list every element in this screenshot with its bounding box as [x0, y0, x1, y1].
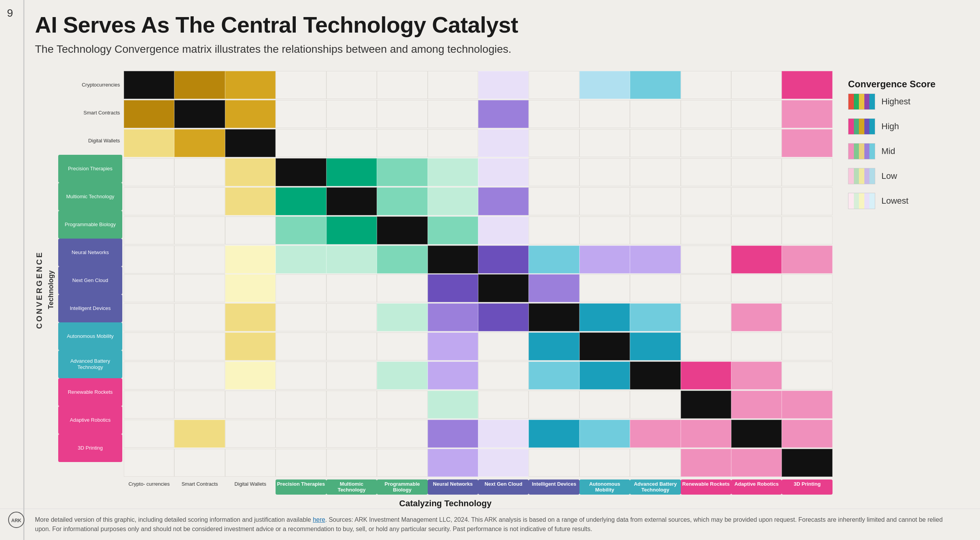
cell-10-12 [731, 362, 782, 389]
cell-9-9 [579, 332, 630, 360]
row-label-5: Programmable Biology [58, 211, 122, 239]
page-title: AI Serves As The Central Technology Cata… [35, 12, 964, 38]
col-label-1: Smart Contracts [174, 479, 225, 495]
cell-13-10 [630, 449, 680, 477]
grid-row-1 [124, 100, 833, 129]
cell-10-4 [326, 362, 377, 389]
row-label-6: Neural Networks [58, 239, 122, 267]
cell-12-2 [225, 420, 276, 448]
cell-13-0 [124, 449, 174, 477]
cell-4-3 [276, 187, 326, 215]
legend-item-1: High [848, 118, 964, 135]
grid-row-5 [124, 216, 833, 246]
cell-6-2 [225, 246, 276, 273]
cell-6-10 [630, 246, 680, 273]
footer-text-before: More detailed version of this graphic, i… [35, 516, 313, 523]
cell-5-9 [579, 216, 630, 244]
cell-2-6 [428, 129, 478, 157]
cell-2-8 [529, 129, 579, 157]
cell-8-10 [630, 303, 680, 331]
cell-3-2 [225, 158, 276, 186]
cell-2-1 [174, 129, 225, 157]
cell-4-9 [579, 187, 630, 215]
cell-2-10 [630, 129, 680, 157]
cell-4-1 [174, 187, 225, 215]
cell-5-13 [782, 216, 832, 244]
col-label-4: Multiomic Technology [326, 479, 377, 495]
matrix-with-axes: CryptocurrenciesSmart ContractsDigital W… [58, 71, 833, 509]
cell-13-1 [174, 449, 225, 477]
cell-9-7 [478, 332, 529, 360]
matrix-container: CONVERGENCE Technology CryptocurrenciesS… [35, 71, 833, 509]
grid-row-12 [124, 420, 833, 449]
row-label-1: Smart Contracts [58, 99, 122, 127]
cell-2-4 [326, 129, 377, 157]
grid-row-0 [124, 71, 833, 100]
row-label-11: Renewable Rockets [58, 378, 122, 406]
cell-11-8 [529, 391, 579, 419]
cell-2-5 [377, 129, 427, 157]
cell-12-0 [124, 420, 174, 448]
col-labels: Crypto- currenciesSmart ContractsDigital… [58, 479, 833, 495]
cell-2-11 [681, 129, 731, 157]
cell-5-0 [124, 216, 174, 244]
cell-1-10 [630, 100, 680, 128]
cell-8-2 [225, 303, 276, 331]
grid-row-9 [124, 332, 833, 362]
legend-label-2: Mid [881, 146, 895, 156]
cell-8-3 [276, 303, 326, 331]
cell-7-9 [579, 274, 630, 302]
cell-9-8 [529, 332, 579, 360]
cell-3-10 [630, 158, 680, 186]
convergence-label: CONVERGENCE [35, 251, 44, 329]
cell-8-4 [326, 303, 377, 331]
cell-0-5 [377, 71, 427, 99]
cell-5-5 [377, 216, 427, 244]
cell-7-1 [174, 274, 225, 302]
cell-1-13 [782, 100, 832, 128]
cell-12-12 [731, 420, 782, 448]
grid-row-10 [124, 362, 833, 391]
row-label-9: Autonomous Mobility [58, 322, 122, 350]
cell-11-2 [225, 391, 276, 419]
cell-8-8 [529, 303, 579, 331]
cell-10-2 [225, 362, 276, 389]
cell-8-5 [377, 303, 427, 331]
row-label-10: Advanced Battery Technology [58, 350, 122, 378]
col-label-6: Neural Networks [428, 479, 478, 495]
cell-12-3 [276, 420, 326, 448]
cell-4-6 [428, 187, 478, 215]
cell-11-3 [276, 391, 326, 419]
cell-6-8 [529, 246, 579, 273]
col-label-2: Digital Wallets [225, 479, 276, 495]
grid-row-7 [124, 274, 833, 303]
cell-11-5 [377, 391, 427, 419]
cell-5-11 [681, 216, 731, 244]
cell-5-7 [478, 216, 529, 244]
grid-row-2 [124, 129, 833, 158]
cell-1-7 [478, 100, 529, 128]
cell-2-12 [731, 129, 782, 157]
cell-3-13 [782, 158, 832, 186]
cell-8-9 [579, 303, 630, 331]
cell-4-5 [377, 187, 427, 215]
cell-9-13 [782, 332, 832, 360]
cell-10-13 [782, 362, 832, 389]
legend-label-0: Highest [881, 97, 911, 107]
cell-7-10 [630, 274, 680, 302]
cell-11-4 [326, 391, 377, 419]
left-border [23, 0, 24, 540]
page-subtitle: The Technology Convergence matrix illust… [35, 43, 964, 55]
cell-3-4 [326, 158, 377, 186]
cell-9-5 [377, 332, 427, 360]
cell-3-1 [174, 158, 225, 186]
row-label-8: Intelligent Devices [58, 294, 122, 322]
cell-6-13 [782, 246, 832, 273]
cell-1-8 [529, 100, 579, 128]
cell-1-4 [326, 100, 377, 128]
cell-10-9 [579, 362, 630, 389]
footer: More detailed version of this graphic, i… [0, 509, 980, 540]
cell-0-9 [579, 71, 630, 99]
cell-0-7 [478, 71, 529, 99]
footer-link[interactable]: here [313, 516, 325, 523]
